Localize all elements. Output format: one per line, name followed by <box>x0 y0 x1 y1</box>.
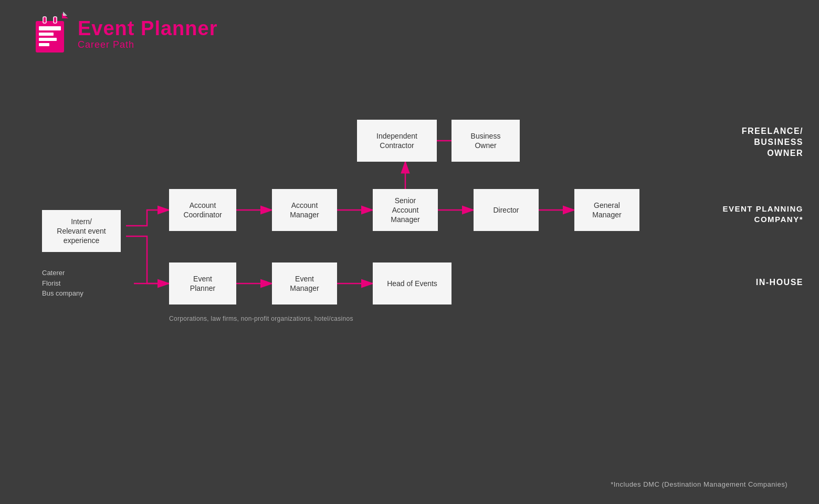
logo-icon <box>32 10 68 58</box>
svg-rect-7 <box>43 17 46 23</box>
box-head-of-events: Head of Events <box>373 262 452 304</box>
corporations-note: Corporations, law firms, non-profit orga… <box>169 315 353 322</box>
header: Event Planner Career Path <box>32 10 217 58</box>
footnote: *Includes DMC (Destination Management Co… <box>611 480 788 488</box>
svg-rect-1 <box>39 26 61 30</box>
page-title: Event Planner <box>78 18 217 40</box>
box-independent-contractor: IndependentContractor <box>357 120 437 162</box>
box-intern: Intern/Relevant eventexperience <box>42 210 121 252</box>
diagram: IndependentContractor BusinessOwner Acco… <box>0 84 819 452</box>
box-general-manager: GeneralManager <box>574 189 639 231</box>
box-account-coordinator: AccountCoordinator <box>169 189 236 231</box>
page-subtitle: Career Path <box>78 39 217 50</box>
header-text: Event Planner Career Path <box>78 18 217 51</box>
svg-marker-10 <box>63 12 67 16</box>
svg-rect-8 <box>54 17 57 23</box>
category-in-house: IN-HOUSE <box>756 277 803 288</box>
svg-rect-0 <box>36 21 64 52</box>
box-account-manager: AccountManager <box>272 189 337 231</box>
caterer-text: CatererFloristBus company <box>42 268 83 299</box>
svg-rect-3 <box>39 38 57 41</box>
svg-rect-4 <box>39 43 49 46</box>
box-event-manager: EventManager <box>272 262 337 304</box>
box-business-owner: BusinessOwner <box>452 120 520 162</box>
box-event-planner: EventPlanner <box>169 262 236 304</box>
category-event-planning: EVENT PLANNINGCOMPANY* <box>722 204 803 224</box>
box-director: Director <box>474 189 539 231</box>
svg-rect-2 <box>39 33 54 36</box>
category-freelance: FREELANCE/BUSINESSOWNER <box>742 126 803 159</box>
box-senior-account-manager: SeniorAccountManager <box>373 189 438 231</box>
